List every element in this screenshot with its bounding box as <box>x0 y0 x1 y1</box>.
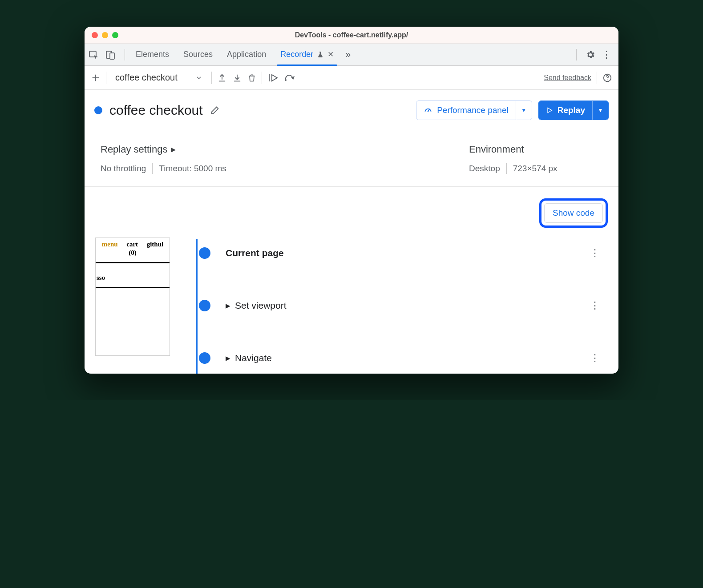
thumb-cart-count: (0) <box>96 249 170 261</box>
page-thumbnail: menu cart githul (0) sso <box>95 238 170 356</box>
window-close-button[interactable] <box>92 32 98 38</box>
window-titlebar: DevTools - coffee-cart.netlify.app/ <box>85 27 618 44</box>
timeline-node <box>199 352 210 364</box>
step-navigate[interactable]: ▸ Navigate ⋮ <box>189 342 608 374</box>
environment-heading: Environment <box>469 144 602 155</box>
svg-rect-2 <box>110 53 114 59</box>
divider <box>262 72 262 84</box>
new-recording-icon[interactable] <box>91 73 101 83</box>
divider <box>125 49 125 60</box>
chevron-right-icon: ▸ <box>171 144 176 155</box>
divider <box>506 163 507 174</box>
recording-title: coffee checkout <box>109 103 203 118</box>
performance-panel-caret[interactable]: ▼ <box>516 101 532 120</box>
environment-label: Environment <box>469 144 524 155</box>
svg-point-5 <box>607 79 608 80</box>
window-title: DevTools - coffee-cart.netlify.app/ <box>85 31 618 39</box>
recording-status-dot <box>94 106 102 114</box>
step-label: Current page <box>226 248 284 258</box>
timeline-node <box>199 247 210 259</box>
show-code-highlight: Show code <box>539 198 608 228</box>
tab-sources[interactable]: Sources <box>177 44 219 65</box>
tab-recorder[interactable]: Recorder ✕ <box>274 44 340 65</box>
tab-elements[interactable]: Elements <box>129 44 175 65</box>
device-value: Desktop <box>469 164 500 173</box>
kebab-menu-icon[interactable]: ⋮ <box>602 49 611 60</box>
replay-button[interactable]: Replay ▼ <box>538 101 609 120</box>
divider <box>597 72 597 84</box>
divider <box>211 72 212 84</box>
thumb-cart: cart <box>126 241 138 248</box>
thumb-product: sso <box>96 274 170 284</box>
divider <box>106 72 106 84</box>
show-code-button[interactable]: Show code <box>544 203 603 223</box>
replay-button-label: Replay <box>558 105 585 115</box>
send-feedback-link[interactable]: Send feedback <box>544 74 591 82</box>
play-icon <box>546 107 553 114</box>
flask-icon <box>317 51 324 58</box>
export-icon[interactable] <box>217 73 227 83</box>
performance-panel-label: Performance panel <box>437 105 509 115</box>
traffic-lights <box>85 32 118 38</box>
chevron-right-icon: ▸ <box>226 300 230 311</box>
continue-icon[interactable] <box>267 73 279 83</box>
recording-header: coffee checkout Performance panel ▼ <box>85 90 618 131</box>
delete-icon[interactable] <box>247 73 256 83</box>
more-tabs-icon[interactable]: » <box>345 49 351 60</box>
svg-point-3 <box>285 79 287 81</box>
replay-settings-label: Replay settings <box>101 144 167 155</box>
import-icon[interactable] <box>232 73 242 83</box>
divider <box>152 163 153 174</box>
step-label: Navigate <box>235 353 272 363</box>
recorder-toolbar: coffee checkout Send f <box>85 66 618 90</box>
step-more-icon[interactable]: ⋮ <box>590 353 600 363</box>
recording-select[interactable]: coffee checkout <box>112 72 206 83</box>
timeline-node <box>199 300 210 311</box>
timeout-value: Timeout: 5000 ms <box>159 164 226 173</box>
edit-name-icon[interactable] <box>210 105 220 115</box>
devtools-tabstrip: Elements Sources Application Recorder ✕ … <box>85 44 618 66</box>
show-code-row: Show code <box>85 187 618 232</box>
settings-gear-icon[interactable] <box>586 50 595 60</box>
throttling-value: No throttling <box>101 164 146 173</box>
replay-button-caret[interactable]: ▼ <box>592 101 608 120</box>
inspect-element-icon[interactable] <box>88 49 99 60</box>
step-set-viewport[interactable]: ▸ Set viewport ⋮ <box>189 290 608 321</box>
step-more-icon[interactable]: ⋮ <box>590 248 600 258</box>
tab-close-icon[interactable]: ✕ <box>327 50 334 59</box>
help-icon[interactable] <box>602 73 612 83</box>
tab-application[interactable]: Application <box>221 44 272 65</box>
replay-settings-heading[interactable]: Replay settings ▸ <box>101 144 469 155</box>
thumb-menu: menu <box>102 241 118 248</box>
step-icon[interactable] <box>284 73 297 82</box>
device-toolbar-icon[interactable] <box>105 49 116 60</box>
recording-select-label: coffee checkout <box>115 72 178 83</box>
divider <box>576 49 577 60</box>
step-label: Set viewport <box>235 300 287 311</box>
step-more-icon[interactable]: ⋮ <box>590 301 600 310</box>
window-zoom-button[interactable] <box>112 32 118 38</box>
viewport-value: 723×574 px <box>513 164 558 173</box>
steps-area: menu cart githul (0) sso Current page ⋮ <box>85 232 618 374</box>
thumb-github: githul <box>147 241 164 248</box>
svg-point-6 <box>428 111 429 112</box>
gauge-icon <box>424 106 432 115</box>
devtools-window: DevTools - coffee-cart.netlify.app/ <box>85 27 618 374</box>
steps-timeline: Current page ⋮ ▸ Set viewport ⋮ <box>180 238 608 374</box>
replay-settings-row: Replay settings ▸ No throttling Timeout:… <box>85 131 618 187</box>
chevron-down-icon <box>195 74 202 81</box>
step-current-page[interactable]: Current page ⋮ <box>189 238 608 269</box>
performance-panel-button[interactable]: Performance panel ▼ <box>416 101 532 120</box>
window-minimize-button[interactable] <box>102 32 108 38</box>
chevron-right-icon: ▸ <box>226 353 230 363</box>
